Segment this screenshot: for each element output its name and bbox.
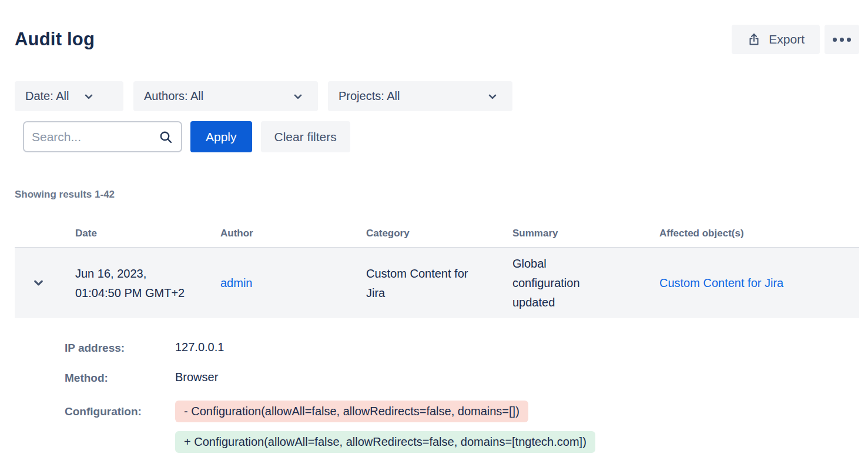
affected-object-link[interactable]: Custom Content for Jira bbox=[659, 276, 783, 289]
audit-table: Date Author Category Summary Affected ob… bbox=[15, 228, 859, 462]
chevron-down-icon bbox=[487, 91, 498, 102]
clear-filters-button[interactable]: Clear filters bbox=[261, 121, 350, 152]
filter-bar: Date: All Authors: All Projects: All bbox=[15, 81, 859, 111]
detail-method: Method: Browser bbox=[65, 371, 859, 385]
affected-objects-cell: Custom Content for Jira bbox=[659, 273, 859, 293]
chevron-down-icon bbox=[32, 276, 45, 291]
author-cell: admin bbox=[220, 273, 366, 293]
detail-ip-address: IP address: 127.0.0.1 bbox=[65, 341, 859, 355]
chevron-down-icon bbox=[292, 91, 304, 102]
configuration-diff: - Configuration(allowAll=false, allowRed… bbox=[175, 401, 859, 462]
detail-configuration: Configuration: - Configuration(allowAll=… bbox=[65, 401, 859, 462]
category-cell: Custom Content for Jira bbox=[366, 264, 512, 303]
collapse-row-button[interactable] bbox=[29, 273, 48, 293]
export-button-label: Export bbox=[769, 32, 805, 46]
column-category: Category bbox=[366, 228, 512, 239]
results-summary: Showing results 1-42 bbox=[15, 189, 859, 201]
diff-added-line: + Configuration(allowAll=false, allowRed… bbox=[175, 431, 595, 453]
audit-log-page: Audit log Export Date: All bbox=[0, 25, 868, 462]
method-value: Browser bbox=[175, 371, 859, 384]
method-label: Method: bbox=[65, 371, 175, 385]
upload-icon bbox=[747, 32, 761, 46]
column-date: Date bbox=[75, 228, 220, 239]
row-details: IP address: 127.0.0.1 Method: Browser Co… bbox=[65, 341, 859, 462]
search-icon[interactable] bbox=[159, 130, 173, 144]
projects-filter-dropdown[interactable]: Projects: All bbox=[328, 81, 512, 111]
chevron-down-icon bbox=[83, 91, 95, 102]
table-row: Jun 16, 2023, 01:04:50 PM GMT+2 admin Cu… bbox=[15, 248, 859, 318]
column-affected-objects: Affected object(s) bbox=[659, 228, 859, 239]
column-expander bbox=[15, 228, 75, 239]
authors-filter-dropdown[interactable]: Authors: All bbox=[133, 81, 318, 111]
date-cell: Jun 16, 2023, 01:04:50 PM GMT+2 bbox=[75, 264, 220, 303]
configuration-label: Configuration: bbox=[65, 401, 175, 418]
export-button[interactable]: Export bbox=[732, 25, 820, 54]
column-author: Author bbox=[220, 228, 366, 239]
author-link[interactable]: admin bbox=[220, 276, 252, 289]
search-box bbox=[23, 121, 182, 152]
date-filter-dropdown[interactable]: Date: All bbox=[15, 81, 123, 111]
topbar-actions: Export bbox=[732, 25, 859, 54]
summary-cell: Global configuration updated bbox=[512, 254, 614, 312]
page-title: Audit log bbox=[15, 29, 95, 50]
more-options-button[interactable] bbox=[825, 25, 859, 54]
topbar: Audit log Export bbox=[15, 25, 859, 54]
search-row: Apply Clear filters bbox=[15, 121, 859, 152]
more-horizontal-icon bbox=[833, 38, 837, 42]
table-header: Date Author Category Summary Affected ob… bbox=[15, 228, 859, 248]
date-filter-label: Date: All bbox=[25, 89, 69, 103]
projects-filter-label: Projects: All bbox=[339, 89, 400, 103]
ip-address-label: IP address: bbox=[65, 341, 175, 355]
authors-filter-label: Authors: All bbox=[144, 89, 203, 103]
apply-button[interactable]: Apply bbox=[190, 121, 252, 152]
column-summary: Summary bbox=[512, 228, 659, 239]
search-input[interactable] bbox=[32, 130, 159, 144]
ip-address-value: 127.0.0.1 bbox=[175, 341, 859, 354]
diff-removed-line: - Configuration(allowAll=false, allowRed… bbox=[175, 401, 528, 422]
expander-cell bbox=[15, 273, 75, 293]
